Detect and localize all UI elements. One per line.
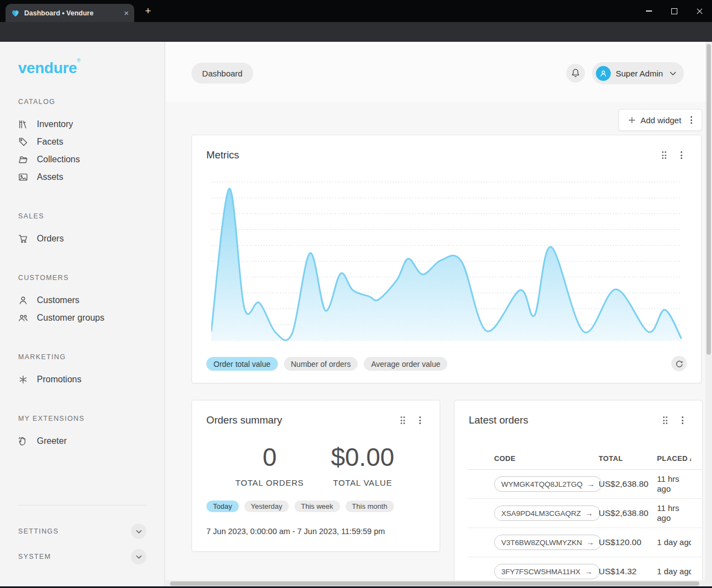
new-tab-button[interactable]: + — [142, 5, 154, 17]
sidebar-item-label: Promotions — [37, 375, 81, 384]
orders-summary-title: Orders summary — [206, 414, 401, 426]
metrics-chart — [211, 181, 682, 343]
widget-menu-icon[interactable] — [681, 151, 682, 159]
promotions-icon — [18, 375, 28, 384]
browser-toolbar: ! localhost:3000/admin/ — [0, 22, 712, 42]
latest-orders-table: CODETOTALPLACED ATWYMGK4TQQ8JL2TGQ→US$2,… — [468, 447, 702, 581]
horizontal-scrollbar-thumb[interactable] — [170, 581, 699, 586]
sidebar-section-label: CATALOG — [18, 98, 146, 107]
sidebar-group-system[interactable]: SYSTEM — [18, 546, 146, 568]
column-header-total: TOTAL — [599, 454, 657, 463]
sidebar-item-promotions[interactable]: Promotions — [18, 371, 146, 388]
sidebar-item-greeter[interactable]: Greeter — [18, 432, 146, 450]
order-total: US$120.00 — [599, 537, 657, 547]
tab-title: Dashboard • Vendure — [24, 9, 119, 17]
metric-tag-order-total-value[interactable]: Order total value — [206, 357, 278, 371]
sidebar-section-label: MY EXTENSIONS — [18, 415, 146, 424]
sidebar-item-orders[interactable]: Orders — [18, 230, 146, 248]
order-code-chip[interactable]: V3T6BW8ZQLWMYZKN→ — [494, 535, 601, 550]
vertical-scrollbar[interactable] — [705, 42, 712, 587]
sidebar: vendure® CATALOGInventoryFacetsCollectio… — [0, 42, 165, 587]
sidebar-section-label: MARKETING — [18, 353, 146, 362]
expand-button[interactable] — [131, 524, 146, 539]
sidebar-item-inventory[interactable]: Inventory — [18, 116, 146, 133]
total-orders-value: 0 — [226, 444, 314, 470]
range-tab-this-week[interactable]: This week — [294, 501, 340, 512]
sidebar-item-label: Assets — [37, 172, 63, 182]
sidebar-item-label: Inventory — [37, 119, 73, 129]
chevron-down-icon — [136, 555, 142, 559]
sidebar-divider — [18, 505, 146, 505]
user-name: Super Admin — [616, 69, 670, 78]
notifications-button[interactable] — [566, 64, 585, 83]
sidebar-section-catalog: CATALOGInventoryFacetsCollectionsAssets — [18, 98, 146, 186]
sidebar-group-settings[interactable]: SETTINGS — [18, 520, 146, 542]
widget-menu-icon[interactable] — [419, 416, 421, 424]
plus-icon — [628, 117, 636, 124]
sidebar-item-assets[interactable]: Assets — [18, 168, 146, 186]
sidebar-section-my-extensions: MY EXTENSIONSGreeter — [18, 415, 146, 450]
add-widget-menu-icon[interactable] — [691, 116, 692, 124]
sidebar-section-marketing: MARKETINGPromotions — [18, 353, 146, 388]
facets-icon — [18, 137, 28, 147]
order-code-chip[interactable]: WYMGK4TQQ8JL2TGQ→ — [494, 476, 602, 492]
window-controls — [636, 0, 712, 22]
total-orders-stat: 0 TOTAL ORDERS — [226, 444, 314, 487]
refresh-button[interactable] — [671, 356, 687, 371]
sidebar-item-collections[interactable]: Collections — [18, 151, 146, 168]
sidebar-section-label: SALES — [18, 212, 146, 221]
order-total: US$14.32 — [599, 567, 657, 576]
column-header-placed-at: PLACED AT — [657, 454, 691, 463]
table-header-row: CODETOTALPLACED AT — [468, 447, 702, 470]
maximize-button[interactable] — [661, 0, 687, 22]
user-avatar — [596, 66, 611, 81]
sidebar-collapsed-groups: SETTINGSSYSTEM — [18, 520, 146, 571]
metric-tag-number-of-orders[interactable]: Number of orders — [284, 357, 358, 371]
sidebar-item-label: Orders — [37, 234, 64, 244]
drag-handle-icon[interactable] — [663, 416, 668, 424]
order-row: V3T6BW8ZQLWMYZKN→US$120.001 day ago — [468, 528, 702, 557]
arrow-right-icon: → — [585, 509, 593, 518]
customer-groups-icon — [18, 313, 28, 323]
user-menu[interactable]: Super Admin — [592, 62, 684, 84]
order-code-chip[interactable]: 3FY7FSCWSHMA11HX→ — [494, 564, 600, 579]
tab-close-icon[interactable]: × — [124, 9, 129, 17]
main-content: Dashboard Super Admin — [166, 42, 712, 587]
metrics-widget: Metrics — [191, 135, 702, 383]
date-range-text: 7 Jun 2023, 0:00:00 am - 7 Jun 2023, 11:… — [206, 527, 385, 536]
assets-icon — [18, 172, 28, 182]
vendure-logo[interactable]: vendure® — [18, 58, 80, 77]
order-code-cell: V3T6BW8ZQLWMYZKN→ — [494, 535, 599, 550]
drag-handle-icon[interactable] — [401, 416, 406, 424]
sidebar-item-customers[interactable]: Customers — [18, 292, 146, 309]
sidebar-section-label: CUSTOMERS — [18, 274, 146, 283]
range-tab-yesterday[interactable]: Yesterday — [244, 501, 289, 512]
chevron-down-icon — [136, 530, 142, 534]
close-button[interactable] — [687, 0, 712, 22]
widget-menu-icon[interactable] — [682, 416, 683, 424]
order-row: 3FY7FSCWSHMA11HX→US$14.321 day ago — [468, 557, 702, 581]
sidebar-item-facets[interactable]: Facets — [18, 133, 146, 151]
sidebar-section-customers: CUSTOMERSCustomersCustomer groups — [18, 274, 146, 327]
order-code-text: XSA9PD4LM3CGAQRZ — [501, 509, 581, 518]
order-placed-at: 1 day ago — [657, 537, 691, 547]
expand-button[interactable] — [131, 549, 146, 564]
order-code-text: 3FY7FSCWSHMA11HX — [501, 568, 580, 576]
order-placed-at: 1 day ago — [657, 567, 691, 576]
greeter-icon — [18, 436, 28, 446]
minimize-button[interactable] — [636, 0, 661, 22]
sidebar-item-customer-groups[interactable]: Customer groups — [18, 309, 146, 327]
order-total: US$2,638.80 — [599, 508, 657, 518]
order-code-chip[interactable]: XSA9PD4LM3CGAQRZ→ — [494, 505, 600, 521]
metric-tag-average-order-value[interactable]: Average order value — [364, 357, 447, 371]
add-widget-button[interactable]: Add widget — [618, 109, 702, 131]
vertical-scrollbar-thumb[interactable] — [706, 44, 711, 355]
range-tab-today[interactable]: Today — [206, 501, 239, 512]
range-tab-this-month[interactable]: This month — [346, 501, 394, 512]
breadcrumb[interactable]: Dashboard — [191, 63, 253, 84]
total-value-value: $0.00 — [319, 444, 407, 470]
bell-icon — [571, 68, 580, 78]
date-range-tabs: TodayYesterdayThis weekThis month — [206, 501, 394, 512]
browser-tab-active[interactable]: Dashboard • Vendure × — [6, 4, 134, 22]
drag-handle-icon[interactable] — [662, 151, 667, 159]
